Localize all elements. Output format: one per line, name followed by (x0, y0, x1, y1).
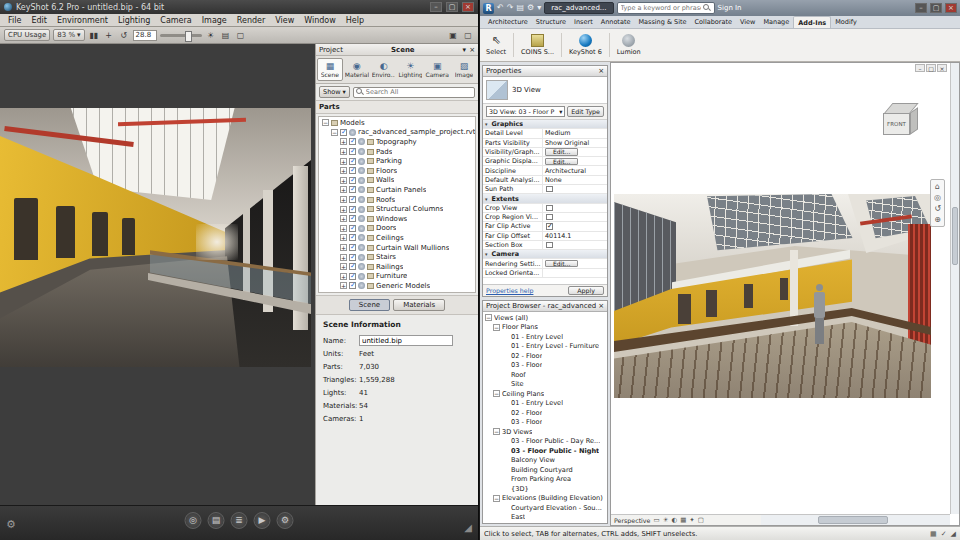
tree-item-row[interactable]: Windows (319, 214, 475, 224)
expand-icon[interactable] (340, 263, 347, 270)
expand-icon[interactable] (340, 282, 347, 289)
panels-toggle-icon[interactable]: ▣ (447, 31, 459, 40)
eye-icon[interactable] (358, 254, 365, 261)
fullscreen-icon[interactable] (462, 31, 474, 40)
expand-icon[interactable] (340, 138, 347, 145)
property-row[interactable]: Default Analysi... None None (483, 176, 607, 185)
lumion-button[interactable]: Lumion (613, 30, 645, 60)
checkbox[interactable] (349, 234, 356, 241)
checkbox[interactable] (546, 223, 553, 230)
close-button[interactable] (945, 3, 957, 13)
menu-item[interactable]: Environment (52, 14, 113, 27)
browser-tree-row[interactable]: 03 - Floor (483, 361, 607, 371)
checkbox[interactable] (349, 254, 356, 261)
keyshot6-button[interactable]: KeyShot 6 (565, 30, 606, 60)
expand-icon[interactable] (340, 234, 347, 241)
browser-tree-row[interactable]: 03 - Floor Public - Day Re... (483, 437, 607, 447)
tree-item-row[interactable]: Curtain Wall Mullions (319, 243, 475, 253)
expand-icon[interactable] (340, 177, 347, 184)
checkbox[interactable] (349, 225, 356, 232)
tree-item-row[interactable]: Parking (319, 156, 475, 166)
ribbon-tab[interactable]: Manage (759, 16, 793, 28)
bottom-tab[interactable]: Materials (393, 299, 445, 311)
property-row[interactable]: Extents (483, 194, 607, 203)
close-button[interactable] (462, 2, 474, 12)
eye-icon[interactable] (358, 186, 365, 193)
menu-item[interactable]: Lighting (113, 14, 155, 27)
collapse-icon[interactable] (493, 324, 500, 331)
project-browser-tree[interactable]: Views (all) Floor Plans 01 - Entry Level (483, 312, 607, 523)
checkbox[interactable] (349, 148, 356, 155)
toolbar-icon[interactable]: ▤ (220, 31, 232, 40)
checkbox[interactable] (546, 242, 553, 249)
type-selector-dropdown[interactable]: 3D View: 03 - Floor P (486, 106, 565, 117)
scrollbar-thumb[interactable] (818, 516, 888, 524)
property-row[interactable]: Discipline Architectural Architectural (483, 166, 607, 175)
panel-tab[interactable]: ☀ Lighting (397, 58, 423, 81)
search-input[interactable] (366, 88, 472, 96)
browser-tree-row[interactable]: 03 - Floor (483, 418, 607, 428)
property-row[interactable]: Camera (483, 250, 607, 259)
browser-tree-row[interactable]: From Parking Area (483, 475, 607, 485)
cpu-usage-button[interactable]: CPU Usage (4, 29, 50, 41)
browser-tree-row[interactable]: 3D Views (483, 427, 607, 437)
ribbon-tab[interactable]: Modify (831, 16, 861, 28)
menu-item[interactable]: Help (341, 14, 369, 27)
property-value[interactable]: None (543, 176, 607, 184)
scene-name-input[interactable] (359, 335, 453, 346)
resize-grip-icon[interactable] (464, 522, 472, 533)
edit-button[interactable]: Edit... (545, 260, 578, 268)
browser-tree-row[interactable]: 01 - Entry Level - Furniture (483, 342, 607, 352)
browser-tree-row[interactable]: Views (all) (483, 313, 607, 323)
eye-icon[interactable] (358, 225, 365, 232)
checkbox[interactable] (349, 177, 356, 184)
browser-tree-row[interactable]: Balcony View (483, 456, 607, 466)
checkbox[interactable] (546, 205, 553, 212)
property-row[interactable]: Crop Region Vi... (483, 213, 607, 222)
menu-item[interactable]: Edit (26, 14, 52, 27)
cpu-percent-dropdown[interactable]: 83 % (53, 29, 84, 41)
tree-item-row[interactable]: Stairs (319, 252, 475, 262)
scrollbar-thumb[interactable] (952, 207, 958, 265)
panel-tab[interactable]: ◉ Material (344, 58, 370, 81)
tree-item-row[interactable]: Doors (319, 224, 475, 234)
restore-button[interactable] (926, 64, 936, 72)
tree-item-row[interactable]: Railings (319, 262, 475, 272)
expand-icon[interactable] (340, 273, 347, 280)
edit-button[interactable]: Edit... (545, 148, 578, 156)
checkbox[interactable] (349, 138, 356, 145)
minimize-button[interactable] (915, 64, 925, 72)
panel-tab[interactable]: ▨ Image (451, 58, 477, 81)
edit-type-button[interactable]: Edit Type (567, 106, 604, 117)
tree-item-row[interactable]: Walls (319, 176, 475, 186)
property-row[interactable]: Graphic Displa... Edit... Edit... (483, 157, 607, 166)
collapse-icon[interactable] (485, 314, 492, 321)
viewcube[interactable]: FRONT (883, 103, 919, 141)
tree-item-row[interactable]: Pads (319, 147, 475, 157)
expand-icon[interactable] (340, 167, 347, 174)
vertical-scrollbar[interactable] (950, 63, 959, 514)
browser-tree-row[interactable]: Courtyard Elevation - Sou... (483, 503, 607, 513)
navigation-icon[interactable]: ◎ (934, 193, 941, 202)
property-value[interactable]: Show Original (543, 139, 607, 147)
browser-tree-row[interactable]: 01 - Entry Level (483, 332, 607, 342)
checkbox[interactable] (349, 158, 356, 165)
ribbon-tab[interactable]: Insert (570, 16, 597, 28)
properties-help-link[interactable]: Properties help (486, 287, 533, 294)
bottom-tool-icon[interactable]: ◎ (185, 512, 202, 529)
property-row[interactable]: Crop View (483, 204, 607, 213)
browser-tree-row[interactable]: East (483, 513, 607, 523)
bottom-tool-icon[interactable]: ▶ (254, 512, 271, 529)
settings-gear-icon[interactable] (6, 518, 16, 531)
viewcube-front-face[interactable]: FRONT (883, 113, 910, 135)
checkbox[interactable] (340, 129, 347, 136)
properties-header[interactable]: Properties (483, 66, 607, 77)
toolbar-icon[interactable]: + (103, 31, 115, 40)
browser-tree-row[interactable]: 02 - Floor (483, 408, 607, 418)
view-control-icon[interactable]: ▦ (680, 516, 686, 524)
scene-tree[interactable]: Models rac_advanced_sample_project.rvt (318, 116, 476, 293)
quality-slider[interactable] (160, 34, 202, 37)
checkbox[interactable] (546, 214, 553, 221)
eye-icon[interactable] (358, 282, 365, 289)
tree-item-row[interactable]: Ceilings (319, 233, 475, 243)
